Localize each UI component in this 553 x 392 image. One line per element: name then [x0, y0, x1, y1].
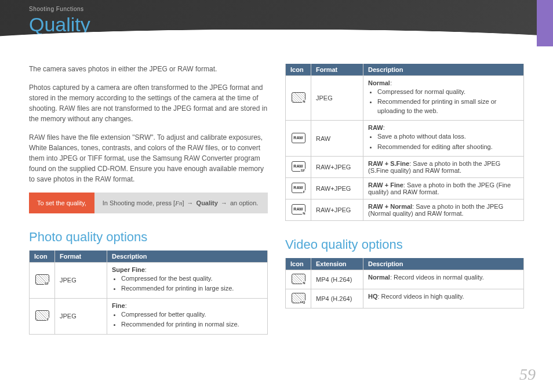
quality-icon-subscript: N [302, 100, 305, 103]
arrow-icon: → [220, 199, 228, 206]
photo-quality-table: Icon Format Description SFJPEGSuper Fine… [29, 251, 268, 335]
quality-icon-subscript: HQ [300, 300, 306, 304]
desc-bullet: Recommended for printing in large size. [121, 284, 263, 293]
quality-icon-subscript: N [302, 281, 305, 285]
desc-lead: Normal [368, 79, 390, 86]
cell-desc: RAW + Fine: Save a photo in both the JPE… [363, 177, 524, 199]
quality-icon-subscript: N [302, 212, 305, 215]
cell-icon: F [30, 298, 55, 334]
desc-lead: HQ [368, 293, 378, 300]
col-format: Format [55, 251, 107, 263]
col-ext: Extension [311, 258, 363, 270]
quality-icon: RAW [292, 133, 305, 143]
desc-bullet: Compressed for better quality. [121, 310, 263, 319]
cell-desc: Normal: Record videos in normal quality. [363, 270, 524, 289]
right-column: Icon Format Description NJPEGNormal:Comp… [285, 64, 524, 335]
quality-icon-subscript: SF [44, 282, 50, 285]
desc-lead: Normal [368, 274, 390, 281]
header-curve [0, 30, 553, 47]
cell-icon: RAW [286, 121, 311, 157]
instruction-suffix: an option. [228, 199, 258, 206]
cell-format: JPEG [55, 263, 107, 299]
page-header: Shooting Functions Quality [0, 0, 553, 46]
desc-bullet: Save a photo without data loss. [377, 132, 519, 141]
quality-icon-subscript: F [303, 190, 306, 194]
cell-format: RAW+JPEG [311, 199, 363, 220]
col-format: Format [311, 64, 363, 76]
cell-icon: RAWF [286, 177, 311, 199]
cell-icon: N [286, 270, 311, 289]
col-icon: Icon [286, 64, 311, 76]
quality-icon: RAWSF [292, 161, 305, 172]
intro-paragraph-2: Photos captured by a camera are often tr… [29, 82, 268, 124]
cell-desc: RAW + S.Fine: Save a photo in both the J… [363, 156, 524, 177]
instruction-prefix: In Shooting mode, press [ [103, 199, 175, 206]
table-row: RAWRAWRAW:Save a photo without data loss… [286, 121, 524, 157]
cell-desc: Super Fine:Compressed for the best quali… [107, 263, 268, 299]
instruction-quality: Quality [197, 199, 218, 206]
quality-icon-subscript: SF [300, 169, 306, 172]
cell-icon: SF [30, 263, 55, 299]
accent-bar [537, 0, 553, 46]
cell-desc: HQ: Record videos in high quality. [363, 289, 524, 308]
desc-lead: Fine [112, 302, 125, 309]
desc-text: : Record videos in high quality. [378, 293, 464, 300]
desc-bullets: Compressed for the best quality.Recommen… [112, 274, 263, 293]
quality-icon-subscript: F [46, 318, 50, 321]
cell-desc: RAW + Normal: Save a photo in both the J… [363, 199, 524, 220]
intro-paragraph-3: RAW files have the file extension "SRW".… [29, 132, 268, 184]
desc-bullets: Save a photo without data loss.Recommend… [368, 132, 519, 151]
cell-format: MP4 (H.264) [311, 289, 363, 308]
quality-icon: HQ [292, 293, 305, 303]
table-row: HQMP4 (H.264)HQ: Record videos in high q… [286, 289, 524, 308]
video-quality-table: Icon Extension Description NMP4 (H.264)N… [285, 258, 524, 308]
quality-icon: N [292, 274, 305, 284]
cell-format: JPEG [55, 298, 107, 334]
quality-icon-text: RAW [293, 135, 304, 141]
instruction-label: To set the quality, [29, 193, 94, 213]
cell-icon: N [286, 76, 311, 121]
cell-format: MP4 (H.264) [311, 270, 363, 289]
cell-icon: RAWN [286, 199, 311, 220]
photo-quality-table-continued: Icon Format Description NJPEGNormal:Comp… [285, 64, 524, 221]
col-icon: Icon [30, 251, 55, 263]
table-row: SFJPEGSuper Fine:Compressed for the best… [30, 263, 268, 299]
quality-icon: SF [35, 274, 49, 285]
photo-section-title: Photo quality options [29, 230, 268, 245]
desc-bullet: Recommended for printing in normal size. [121, 320, 263, 329]
desc-bullets: Compressed for normal quality.Recommende… [368, 88, 519, 115]
content-area: The camera saves photos in either the JP… [0, 46, 553, 335]
quality-icon: RAWF [292, 183, 305, 193]
col-desc: Description [107, 251, 268, 263]
col-icon: Icon [286, 258, 311, 270]
desc-lead: RAW + Fine [368, 182, 403, 188]
instruction-bar: To set the quality, In Shooting mode, pr… [29, 193, 268, 213]
table-row: RAWSFRAW+JPEGRAW + S.Fine: Save a photo … [286, 156, 524, 177]
instruction-text: In Shooting mode, press [Fn] → Quality →… [94, 193, 268, 213]
breadcrumb: Shooting Functions [29, 6, 553, 12]
table-row: RAWNRAW+JPEGRAW + Normal: Save a photo i… [286, 199, 524, 220]
desc-bullets: Compressed for better quality.Recommende… [112, 310, 263, 329]
table-row: FJPEGFine:Compressed for better quality.… [30, 298, 268, 334]
table-row: NMP4 (H.264)Normal: Record videos in nor… [286, 270, 524, 289]
cell-desc: RAW:Save a photo without data loss.Recom… [363, 121, 524, 157]
quality-icon: RAWN [292, 204, 305, 215]
page-number: 59 [519, 365, 536, 384]
desc-bullet: Recommended for printing in small size o… [377, 97, 519, 115]
cell-desc: Normal:Compressed for normal quality.Rec… [363, 76, 524, 121]
desc-lead: Super Fine [112, 266, 145, 273]
col-desc: Description [363, 64, 524, 76]
desc-bullet: Compressed for the best quality. [121, 274, 263, 283]
fn-key-icon: Fn [175, 199, 182, 206]
cell-format: RAW+JPEG [311, 177, 363, 199]
cell-format: JPEG [311, 76, 363, 121]
video-section-title: Video quality options [285, 237, 524, 252]
cell-format: RAW+JPEG [311, 156, 363, 177]
table-row: RAWFRAW+JPEGRAW + Fine: Save a photo in … [286, 177, 524, 199]
arrow-icon: → [186, 199, 195, 206]
desc-lead: RAW + S.Fine [368, 160, 409, 167]
cell-desc: Fine:Compressed for better quality.Recom… [107, 298, 268, 334]
desc-bullet: Recommended for editing after shooting. [377, 143, 519, 151]
cell-icon: HQ [286, 289, 311, 308]
table-row: NJPEGNormal:Compressed for normal qualit… [286, 76, 524, 121]
